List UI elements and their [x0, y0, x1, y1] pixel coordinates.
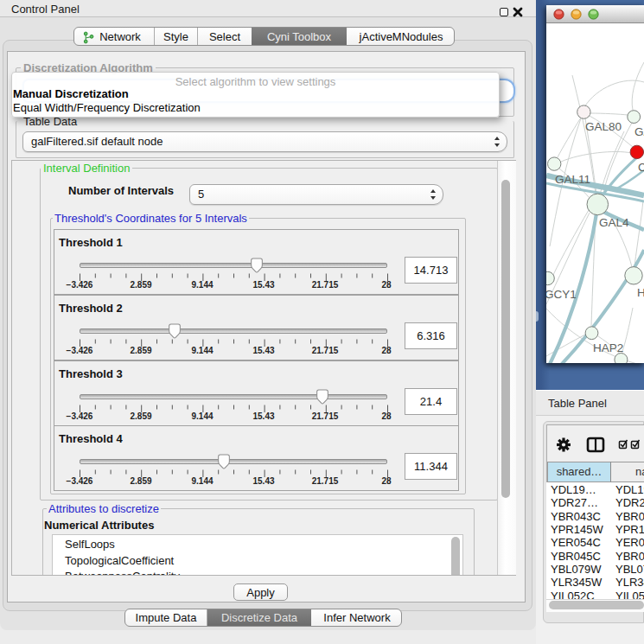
svg-text:GAL4: GAL4: [599, 216, 629, 229]
svg-text:H: H: [637, 286, 644, 299]
svg-text:C: C: [638, 161, 644, 174]
svg-text:HAP2: HAP2: [593, 341, 623, 354]
svg-text:GAL11: GAL11: [555, 173, 590, 186]
svg-text:GAL80: GAL80: [585, 120, 622, 133]
svg-text:GCY1: GCY1: [546, 288, 577, 301]
svg-text:GA: GA: [634, 125, 644, 138]
